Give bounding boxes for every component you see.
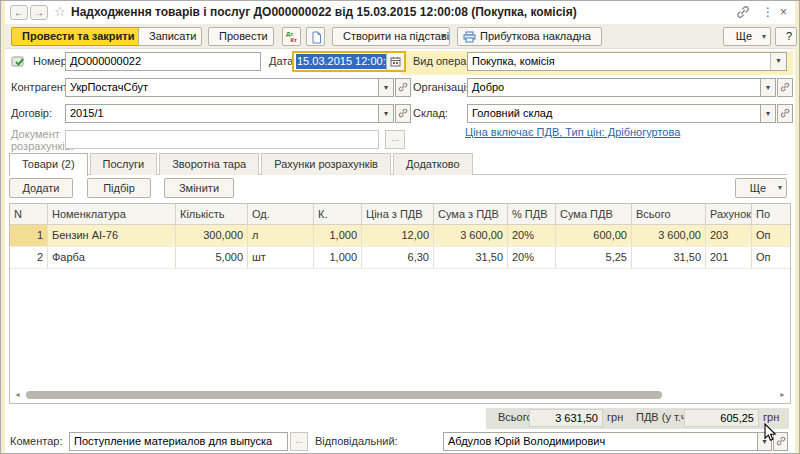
column-header[interactable]: Сума ПДВ bbox=[556, 204, 632, 224]
document-structure-button[interactable] bbox=[306, 27, 325, 46]
warehouse-field[interactable]: Головний склад bbox=[467, 104, 761, 123]
write-button[interactable]: Записати bbox=[138, 27, 202, 46]
cell-n: 1 bbox=[10, 225, 48, 246]
scrollbar-thumb[interactable] bbox=[26, 391, 662, 399]
counterparty-field[interactable]: УкрПостачСбут bbox=[65, 78, 379, 97]
warehouse-open-icon[interactable] bbox=[777, 104, 793, 123]
close-icon[interactable]: × bbox=[780, 5, 787, 19]
settlement-doc-field[interactable] bbox=[65, 130, 379, 149]
document-header-form: Номер: ДО000000022 Дата: 15.03.2015 12:0… bbox=[5, 49, 795, 151]
toolbar-more-button[interactable]: Ще ▾ bbox=[723, 27, 771, 46]
responsible-open-icon[interactable] bbox=[773, 432, 788, 451]
tab-services[interactable]: Послуги bbox=[90, 153, 158, 175]
cell-nomenclature: Бензин АІ-76 bbox=[48, 225, 176, 246]
pick-button[interactable]: Підбір bbox=[87, 178, 151, 198]
cell-account: 201 bbox=[706, 247, 752, 268]
contract-field[interactable]: 2015/1 bbox=[65, 104, 379, 123]
cell-n: 2 bbox=[10, 247, 48, 268]
counterparty-dropdown-button[interactable]: ▾ bbox=[379, 78, 394, 97]
date-value-selected: 15.03.2015 12:00:08 bbox=[296, 54, 399, 69]
responsible-label: Відповідальний: bbox=[315, 432, 398, 451]
help-button[interactable]: ? bbox=[775, 27, 797, 46]
column-header[interactable]: Номенклатура bbox=[48, 204, 176, 224]
debit-icon: Дт bbox=[283, 28, 300, 37]
number-field[interactable]: ДО000000022 bbox=[65, 52, 261, 71]
scroll-left-icon[interactable]: ◄ bbox=[14, 391, 21, 398]
contract-dropdown-button[interactable]: ▾ bbox=[379, 104, 394, 123]
column-header[interactable]: Кількість bbox=[176, 204, 248, 224]
counterparty-open-icon[interactable] bbox=[395, 78, 411, 97]
printer-icon bbox=[463, 31, 476, 43]
contract-label: Договір: bbox=[11, 104, 52, 123]
title-bar: ← → ☆ Надходження товарів і послуг ДО000… bbox=[5, 1, 795, 24]
date-field[interactable]: 15.03.2015 12:00:08 bbox=[292, 51, 406, 72]
column-header[interactable]: % ПДВ bbox=[508, 204, 556, 224]
get-link-icon[interactable] bbox=[736, 5, 750, 19]
tab-additional[interactable]: Додатково bbox=[393, 153, 473, 175]
scroll-right-icon[interactable]: ► bbox=[779, 391, 786, 398]
vat-value: 605,25 bbox=[684, 409, 759, 427]
cell-account: 203 bbox=[706, 225, 752, 246]
tab-goods[interactable]: Товари (2) bbox=[9, 153, 88, 176]
goods-table: N Номенклатура Кількість Од. К. Ціна з П… bbox=[9, 203, 791, 404]
column-header[interactable]: Ціна з ПДВ bbox=[362, 204, 434, 224]
organization-open-icon[interactable] bbox=[777, 78, 793, 97]
table-command-bar: Додати Підбір Змінити Ще ▾ bbox=[9, 178, 789, 199]
window-title: Надходження товарів і послуг ДО000000022… bbox=[71, 5, 577, 19]
post-button[interactable]: Провести bbox=[208, 27, 274, 46]
horizontal-scrollbar[interactable]: ◄ ► bbox=[12, 390, 788, 400]
organization-field[interactable]: Добро bbox=[467, 78, 761, 97]
responsible-field[interactable]: Абдулов Юрій Володимирович bbox=[443, 432, 758, 451]
table-row[interactable]: 1 Бензин АІ-76 300,000 л 1,000 12,00 3 6… bbox=[10, 225, 791, 247]
footer-bar: Коментар: Поступление материалов для вып… bbox=[5, 431, 795, 452]
cell-tax-purpose: Оп bbox=[752, 247, 791, 268]
cell-nomenclature: Фарба bbox=[48, 247, 176, 268]
print-receipt-invoice-button[interactable]: Прибуткова накладна bbox=[457, 27, 602, 46]
table-row[interactable]: 2 Фарба 5,000 шт 1,000 6,30 31,50 20% 5,… bbox=[10, 247, 791, 269]
calendar-icon[interactable] bbox=[386, 53, 404, 70]
table-more-button[interactable]: Ще ▾ bbox=[735, 178, 787, 198]
cell-vat-sum: 5,25 bbox=[556, 247, 632, 268]
create-based-on-button[interactable]: Створити на підставі ▾ bbox=[332, 27, 450, 46]
tab-settlement-accounts[interactable]: Рахунки розрахунків bbox=[261, 153, 391, 175]
organization-dropdown-button[interactable]: ▾ bbox=[761, 78, 776, 97]
tab-returnable-packaging[interactable]: Зворотна тара bbox=[159, 153, 259, 175]
cell-k: 1,000 bbox=[314, 225, 362, 246]
column-header[interactable]: По bbox=[752, 204, 791, 224]
comment-field[interactable]: Поступление материалов для выпуска bbox=[69, 432, 288, 451]
favorite-star-icon[interactable]: ☆ bbox=[54, 4, 66, 19]
column-header[interactable]: Рахунок bbox=[706, 204, 752, 224]
window-menu-icon[interactable]: ⋮ bbox=[762, 5, 774, 19]
credit-icon: Кт bbox=[283, 37, 300, 43]
responsible-dropdown-button[interactable]: ▾ bbox=[758, 432, 772, 451]
cell-sum-with-vat: 3 600,00 bbox=[434, 225, 508, 246]
column-header[interactable]: Всього bbox=[632, 204, 706, 224]
show-postings-button[interactable]: Дт Кт bbox=[282, 27, 301, 46]
cell-vat-percent: 20% bbox=[508, 247, 556, 268]
cell-quantity: 5,000 bbox=[176, 247, 248, 268]
column-header[interactable]: Од. bbox=[248, 204, 314, 224]
totals-panel: Всього: 3 631,50 грн ПДВ (у т.ч.): 605,2… bbox=[486, 408, 789, 429]
warehouse-dropdown-button[interactable]: ▾ bbox=[761, 104, 776, 123]
column-header[interactable]: N bbox=[10, 204, 48, 224]
comment-select-button[interactable]: ... bbox=[290, 432, 308, 451]
column-header[interactable]: Сума з ПДВ bbox=[434, 204, 508, 224]
column-header[interactable]: К. bbox=[314, 204, 362, 224]
document-window: ← → ☆ Надходження товарів і послуг ДО000… bbox=[0, 0, 800, 454]
cell-price: 6,30 bbox=[362, 247, 434, 268]
tab-strip: Товари (2)ПослугиЗворотна тараРахунки ро… bbox=[9, 153, 787, 175]
chevron-down-icon[interactable]: ▾ bbox=[770, 53, 786, 70]
settlement-doc-select-button[interactable]: ... bbox=[385, 130, 405, 149]
total-value: 3 631,50 bbox=[529, 409, 603, 427]
forward-button[interactable]: → bbox=[30, 5, 48, 20]
cell-total: 3 600,00 bbox=[632, 225, 706, 246]
change-button[interactable]: Змінити bbox=[164, 178, 234, 198]
back-button[interactable]: ← bbox=[10, 5, 28, 20]
operation-type-combobox[interactable]: Покупка, комісія ▾ bbox=[467, 52, 787, 71]
cell-price: 12,00 bbox=[362, 225, 434, 246]
price-type-link[interactable]: Ціна включає ПДВ, Тип цін: Дрібногуртова bbox=[465, 126, 680, 138]
currency-label: грн bbox=[763, 411, 779, 423]
contract-open-icon[interactable] bbox=[395, 104, 411, 123]
add-row-button[interactable]: Додати bbox=[9, 178, 73, 198]
post-and-close-button[interactable]: Провести та закрити bbox=[11, 27, 145, 46]
